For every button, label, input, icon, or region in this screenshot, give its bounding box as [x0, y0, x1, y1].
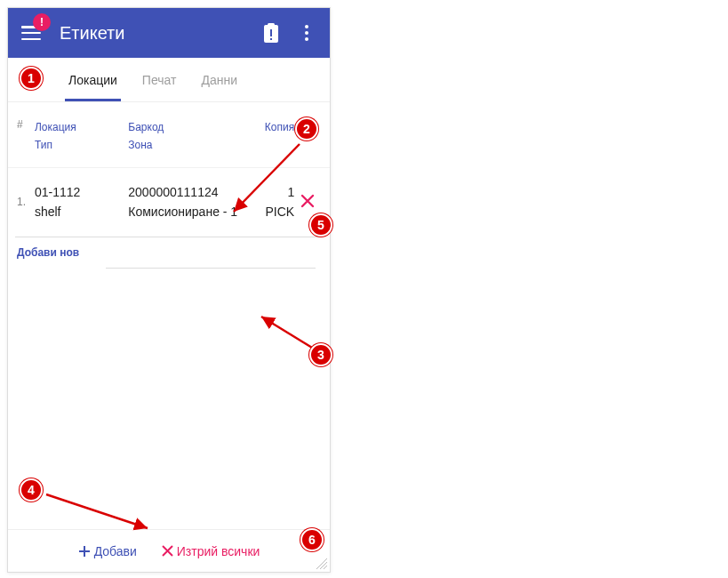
col-header-location: Локация: [35, 118, 128, 136]
menu-button[interactable]: !: [13, 15, 49, 51]
svg-point-4: [305, 25, 308, 28]
resize-grip-icon[interactable]: [316, 558, 328, 570]
svg-point-5: [305, 31, 308, 35]
close-icon: [162, 545, 173, 557]
tab-data[interactable]: Данни: [188, 58, 250, 101]
page-title: Етикети: [60, 23, 253, 44]
tabs-bar: Локации Печат Данни: [8, 58, 330, 102]
svg-point-6: [305, 37, 308, 41]
arrow-icon: [227, 140, 307, 229]
svg-line-8: [261, 317, 316, 350]
annotation-1: 1: [20, 67, 43, 90]
delete-all-label: Изтрий всички: [177, 544, 260, 558]
annotation-4: 4: [20, 478, 43, 502]
annotation-3: 3: [309, 343, 332, 366]
col-header-type: Тип: [35, 136, 128, 154]
svg-line-7: [234, 144, 300, 212]
add-new-label: Добави нов: [8, 237, 330, 262]
plus-icon: [78, 545, 91, 558]
tab-print[interactable]: Печат: [130, 58, 189, 101]
col-header-copies: Копия: [250, 118, 294, 136]
row-index: 1.: [17, 196, 35, 208]
delete-all-button[interactable]: Изтрий всички: [162, 544, 260, 558]
clipboard-icon: [262, 23, 280, 43]
row-type: shelf: [35, 202, 128, 221]
annotation-6: 6: [300, 528, 324, 551]
col-header-barcode: Баркод: [128, 118, 250, 136]
app-header: ! Етикети: [8, 8, 330, 58]
add-button-label: Добави: [94, 544, 137, 558]
svg-rect-2: [270, 29, 272, 36]
add-new-input[interactable]: [8, 262, 330, 269]
arrow-icon: [43, 491, 158, 535]
footer-bar: Добави Изтрий всички: [8, 529, 330, 572]
svg-rect-3: [270, 38, 272, 40]
col-header-index: #: [17, 118, 35, 155]
svg-rect-1: [268, 23, 275, 28]
svg-line-9: [46, 494, 148, 528]
alert-badge: !: [33, 13, 51, 31]
annotation-5: 5: [309, 213, 332, 237]
annotation-2: 2: [295, 117, 318, 140]
more-vertical-icon: [305, 25, 308, 41]
more-button[interactable]: [289, 15, 324, 51]
add-button[interactable]: Добави: [78, 544, 137, 558]
tab-locations[interactable]: Локации: [56, 58, 130, 101]
row-location: 01-1112: [35, 182, 128, 202]
mobile-app-frame: ! Етикети Локации Печат Данни # Локация: [7, 7, 331, 573]
clipboard-button[interactable]: [253, 15, 289, 51]
